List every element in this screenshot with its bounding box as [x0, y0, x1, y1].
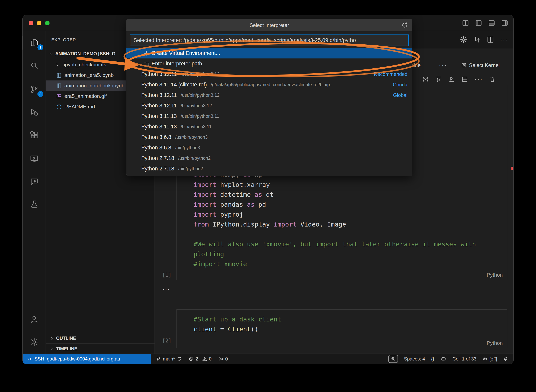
activitybar-explorer[interactable]: 1 [23, 33, 46, 52]
quickpick-item-python-3-6-8[interactable]: Python 3.6.8/bin/python3 [126, 142, 412, 153]
activitybar-search[interactable] [23, 56, 46, 75]
sidebar-section-outline[interactable]: OUTLINE [46, 333, 154, 343]
folder-icon [141, 61, 152, 67]
root-folder-label: ANIMATION_DEMO [SSH: G [55, 51, 116, 56]
chevron-right-icon [49, 346, 54, 351]
quickpick-item-python-3-11-14-climate-ref[interactable]: Python 3.11.14 (climate-ref)/g/data/xp65… [126, 79, 412, 90]
spaces-label: Spaces: 4 [404, 356, 425, 362]
quickpick-item-python-3-11-13[interactable]: Python 3.11.13/bin/python3.11 [126, 121, 412, 132]
quickpick-item-label: Python 3.12.11 [141, 103, 177, 109]
refresh-icon[interactable] [401, 22, 408, 29]
quickpick-item-python-2-7-18[interactable]: Python 2.7.18/usr/bin/python2 [126, 153, 412, 163]
cell-position-label: Cell 1 of 33 [453, 356, 476, 362]
notebook-settings-gear-icon[interactable] [460, 36, 467, 44]
select-kernel-label: Select Kernel [469, 62, 500, 68]
execution-count: [1] [162, 272, 171, 278]
screen-reader-label: [off] [489, 356, 497, 362]
activitybar-account[interactable] [23, 310, 46, 329]
quickpick-item-detail: /bin/python3.12 [181, 103, 212, 108]
quickpick-item-enter-interpreter-path[interactable]: Enter interpreter path... [126, 58, 412, 69]
zoom-in-icon [391, 356, 396, 361]
chevron-right-icon [55, 62, 60, 67]
quickpick-item-python-3-6-8[interactable]: Python 3.6.8/usr/bin/python3 [126, 132, 412, 142]
branch-label: main* [163, 356, 175, 362]
maximize-window-button[interactable] [45, 21, 50, 25]
indentation-status[interactable]: Spaces: 4 [404, 356, 425, 362]
activitybar-extensions[interactable] [23, 126, 46, 145]
more-editor-actions-icon[interactable]: ··· [500, 36, 508, 44]
file-name-label: animation_era5.ipynb [64, 72, 114, 78]
status-bar: SSH: gadi-cpu-bdw-0004.gadi.nci.org.au m… [23, 354, 513, 364]
more-cell-actions-icon[interactable]: ··· [474, 75, 483, 83]
quickpick-item-label: Python 2.7.18 [141, 166, 174, 172]
notifications-status[interactable] [503, 356, 508, 361]
variables-icon[interactable] [422, 76, 429, 83]
activitybar-testing[interactable] [23, 195, 46, 214]
quickpick-item-create-virtual-environment[interactable]: Create Virtual Environment... [126, 48, 412, 58]
quickpick-input-wrap [130, 34, 409, 46]
delete-cell-icon[interactable] [489, 76, 496, 83]
open-changes-icon[interactable] [473, 36, 481, 44]
chevron-down-icon [49, 51, 54, 56]
sidebar-section-timeline[interactable]: TIMELINE [46, 343, 154, 354]
quickpick-item-python-3-11-13[interactable]: Python 3.11.13/usr/bin/python3.11 [126, 111, 412, 121]
cell-language-picker[interactable]: Python [487, 340, 503, 346]
scm-badge: 3 [37, 91, 43, 97]
toggle-panel-bottom-icon[interactable] [488, 19, 495, 27]
close-window-button[interactable] [29, 21, 33, 25]
collapsed-cell-indicator[interactable]: ... [163, 284, 170, 292]
activitybar-settings[interactable] [23, 332, 46, 352]
cell-language-picker[interactable]: Python [487, 272, 503, 278]
copilot-status[interactable] [440, 356, 446, 362]
activitybar-source-control[interactable]: 3 [23, 80, 46, 99]
remote-indicator[interactable]: SSH: gadi-cpu-bdw-0004.gadi.nci.org.au [23, 354, 151, 364]
search-icon [30, 61, 39, 70]
code-line: import pyproj [194, 210, 476, 219]
problems-status[interactable]: 2 0 [189, 356, 212, 362]
quickpick-item-python-3-12-11[interactable]: Python 3.12.11/bin/python3.12 [126, 100, 412, 111]
zoom-status-button[interactable] [388, 355, 398, 363]
cell-code[interactable]: import numpy as npimport hvplot.xarrayim… [194, 170, 476, 269]
remote-ssh-icon [27, 356, 32, 362]
toggle-sidebar-left-icon[interactable] [475, 19, 482, 27]
gear-icon [30, 337, 39, 347]
minimize-window-button[interactable] [37, 21, 42, 25]
more-icon: ··· [439, 61, 447, 69]
statusbar-right: Spaces: 4 {} Cell 1 of 33 [o [388, 355, 513, 363]
quickpick-item-python-3-12-11[interactable]: Python 3.12.11/usr/bin/python3.12Global [126, 90, 412, 100]
beaker-icon [30, 200, 39, 209]
braces-label: {} [431, 356, 434, 362]
language-braces-status[interactable]: {} [431, 356, 434, 362]
select-interpreter-quickpick: Select Interpreter Create Virtual Enviro… [126, 19, 412, 176]
activitybar-chat[interactable] [23, 172, 46, 191]
select-kernel-button[interactable]: Select Kernel [461, 61, 500, 70]
add-icon [141, 50, 152, 57]
activitybar-run-debug[interactable] [23, 103, 46, 122]
execute-below-icon[interactable] [448, 76, 455, 83]
file-name-label: .ipynb_checkpoints [62, 62, 106, 68]
cell-code[interactable]: #Start up a dask clientclient = Client() [194, 314, 281, 334]
notebook-cell-2[interactable]: #Start up a dask clientclient = Client()… [176, 309, 507, 348]
ports-status[interactable]: 0 [218, 356, 228, 362]
copilot-icon [440, 356, 446, 362]
quickpick-item-badge: Global [389, 92, 407, 98]
execute-above-icon[interactable] [435, 76, 442, 83]
cell-position-status[interactable]: Cell 1 of 33 [453, 356, 476, 362]
customize-layout-icon[interactable] [462, 19, 469, 27]
section-label: OUTLINE [56, 336, 76, 341]
git-branch-status[interactable]: main* [156, 356, 182, 362]
toggle-sidebar-right-icon[interactable] [501, 19, 508, 27]
split-editor-icon[interactable] [486, 36, 494, 44]
code-line: from IPython.display import Video, Image [194, 219, 476, 229]
quickpick-item-python-3-12-11[interactable]: Python 3.12.11/usr/bin/python3.12Recomme… [126, 69, 412, 79]
quickpick-item-label: Python 3.11.14 (climate-ref) [141, 82, 207, 88]
notebook-more-button[interactable]: ··· [439, 61, 447, 70]
interpreter-input[interactable] [134, 37, 405, 43]
file-name-label: era5_animation.gif [64, 93, 107, 99]
quickpick-item-python-2-7-18[interactable]: Python 2.7.18/bin/python2 [126, 163, 412, 174]
notebook-file-icon [56, 72, 62, 78]
activitybar-remote-explorer[interactable] [23, 149, 46, 168]
split-cell-icon[interactable] [461, 76, 468, 83]
warning-count: 0 [209, 356, 212, 362]
screen-reader-status[interactable]: [off] [482, 356, 497, 362]
